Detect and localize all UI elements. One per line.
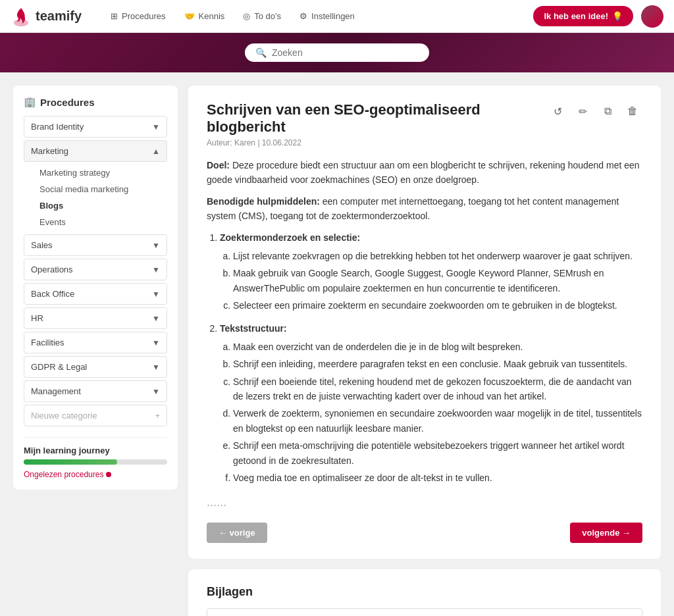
add-category-icon: +: [155, 411, 160, 421]
sidebar: 🏢 Procedures Brand Identity ▼ Marketing …: [13, 86, 178, 490]
delete-button[interactable]: 🗑: [623, 101, 642, 121]
article-goal: Doel: Deze procedure biedt een structuur…: [207, 158, 642, 188]
sidebar-item-sales[interactable]: Sales ▼: [24, 234, 167, 256]
sidebar-title: 🏢 Procedures: [24, 96, 167, 108]
section-1-item-c: Selecteer een primaire zoekterm en secun…: [233, 298, 642, 313]
avatar[interactable]: [641, 5, 663, 28]
learning-journey: Mijn learning journey Ongelezen procedur…: [24, 437, 167, 479]
gear-icon: ⚙: [299, 11, 307, 21]
article-title: Schrijven van een SEO-geoptimaliseerd bl…: [207, 101, 548, 136]
section-2-items: Maak een overzicht van de onderdelen die…: [233, 340, 642, 486]
sidebar-item-back-office[interactable]: Back Office ▼: [24, 283, 167, 305]
chevron-down-icon: ▼: [152, 338, 160, 347]
bijlagen-title: Bijlagen: [207, 585, 642, 599]
section-1-title: Zoektermonderzoek en selectie:: [220, 230, 642, 245]
sidebar-subitem-blogs[interactable]: Blogs: [34, 197, 167, 214]
nav-right: Ik heb een idee! 💡: [533, 5, 663, 28]
section-1-item-b: Maak gebruik van Google Search, Google S…: [233, 266, 642, 295]
article-ellipsis: ......: [207, 493, 642, 512]
edit-button[interactable]: ✏: [573, 101, 592, 121]
history-button[interactable]: ↺: [548, 101, 567, 121]
nav-instellingen[interactable]: ⚙ Instellingen: [292, 7, 363, 25]
content-area: Schrijven van een SEO-geoptimaliseerd bl…: [188, 86, 661, 616]
kennis-icon: 🤝: [184, 11, 195, 21]
app-name: teamify: [36, 9, 82, 24]
flame-icon: [11, 6, 32, 27]
procedures-sidebar-icon: 🏢: [24, 96, 36, 108]
article-tools: Benodigde hulpmiddelen: een computer met…: [207, 194, 642, 224]
sidebar-item-marketing[interactable]: Marketing ▲: [24, 140, 167, 162]
chevron-up-icon: ▲: [152, 147, 160, 156]
sidebar-subitem-events[interactable]: Events: [34, 214, 167, 230]
bijlagen-card: Bijlagen Nieuw item + Naam Acties Zoekte…: [188, 569, 661, 616]
nav-links: ⊞ Procedures 🤝 Kennis ◎ To do's ⚙ Instel…: [103, 7, 533, 25]
section-1-items: Lijst relevante zoekvragen op die betrek…: [233, 249, 642, 313]
todos-icon: ◎: [243, 11, 250, 21]
chevron-down-icon: ▼: [152, 241, 160, 250]
article-header: Schrijven van een SEO-geoptimaliseerd bl…: [207, 101, 642, 136]
chevron-down-icon: ▼: [152, 363, 160, 372]
section-2-item-c: Schrijf een boeiende titel, rekening hou…: [233, 374, 642, 404]
logo[interactable]: teamify: [11, 6, 82, 27]
bijlagen-add-row[interactable]: Nieuw item +: [207, 608, 642, 616]
progress-bar-background: [24, 459, 167, 465]
chevron-down-icon: ▼: [152, 387, 160, 396]
nav-kennis[interactable]: 🤝 Kennis: [176, 7, 233, 25]
search-input[interactable]: [272, 47, 419, 58]
section-2-item-e: Schrijf een meta-omschrijving die potent…: [233, 438, 642, 468]
idea-button[interactable]: Ik heb een idee! 💡: [533, 6, 633, 26]
article-meta: Auteur: Karen | 10.06.2022: [207, 138, 642, 147]
search-icon: 🔍: [255, 47, 267, 58]
chevron-down-icon: ▼: [152, 122, 160, 132]
sidebar-item-brand-identity[interactable]: Brand Identity ▼: [24, 116, 167, 138]
unread-dot: [106, 472, 111, 477]
nav-procedures[interactable]: ⊞ Procedures: [103, 7, 173, 25]
article-navigation: ← vorige volgende →: [207, 523, 642, 543]
sidebar-item-facilities[interactable]: Facilities ▼: [24, 332, 167, 353]
sidebar-subitem-social-media[interactable]: Social media marketing: [34, 181, 167, 197]
section-2-title: Tekststructuur:: [220, 321, 642, 336]
sidebar-subitem-marketing-strategy[interactable]: Marketing strategy: [34, 165, 167, 181]
top-navigation: teamify ⊞ Procedures 🤝 Kennis ◎ To do's …: [0, 0, 674, 33]
nav-todos[interactable]: ◎ To do's: [235, 7, 289, 25]
procedures-icon: ⊞: [111, 11, 118, 21]
learning-journey-title: Mijn learning journey: [24, 446, 167, 455]
next-button[interactable]: volgende →: [570, 523, 642, 543]
sidebar-item-gdpr-legal[interactable]: GDPR & Legal ▼: [24, 356, 167, 378]
chevron-down-icon: ▼: [152, 265, 160, 274]
article-card: Schrijven van een SEO-geoptimaliseerd bl…: [188, 86, 661, 559]
article-sections: Zoektermonderzoek en selectie: Lijst rel…: [220, 230, 642, 486]
section-1: Zoektermonderzoek en selectie: Lijst rel…: [220, 230, 642, 313]
section-2-item-b: Schrijf een inleiding, meerdere paragraf…: [233, 357, 642, 371]
section-1-item-a: Lijst relevante zoekvragen op die betrek…: [233, 249, 642, 263]
hero-banner: 🔍: [0, 33, 674, 72]
section-2-item-d: Verwerk de zoekterm, synoniemen en secun…: [233, 406, 642, 436]
article-body: Doel: Deze procedure biedt een structuur…: [207, 158, 642, 512]
sidebar-item-management[interactable]: Management ▼: [24, 380, 167, 402]
unread-procedures-link[interactable]: Ongelezen procedures: [24, 470, 167, 479]
sidebar-item-hr[interactable]: HR ▼: [24, 307, 167, 329]
marketing-submenu: Marketing strategy Social media marketin…: [24, 165, 167, 234]
copy-button[interactable]: ⧉: [598, 101, 617, 121]
section-2-item-f: Voeg media toe en optimaliseer ze door d…: [233, 471, 642, 485]
lightbulb-icon: 💡: [612, 11, 623, 21]
prev-button[interactable]: ← vorige: [207, 523, 267, 543]
section-2-item-a: Maak een overzicht van de onderdelen die…: [233, 340, 642, 354]
chevron-down-icon: ▼: [152, 314, 160, 323]
progress-bar-fill: [24, 459, 117, 465]
svg-point-0: [14, 19, 28, 26]
chevron-down-icon: ▼: [152, 290, 160, 299]
sidebar-item-operations[interactable]: Operations ▼: [24, 259, 167, 280]
article-actions: ↺ ✏ ⧉ 🗑: [548, 101, 642, 121]
main-layout: 🏢 Procedures Brand Identity ▼ Marketing …: [0, 72, 674, 616]
new-category-row[interactable]: Nieuwe categorie +: [24, 405, 167, 426]
search-bar[interactable]: 🔍: [245, 43, 429, 62]
section-2: Tekststructuur: Maak een overzicht van d…: [220, 321, 642, 486]
